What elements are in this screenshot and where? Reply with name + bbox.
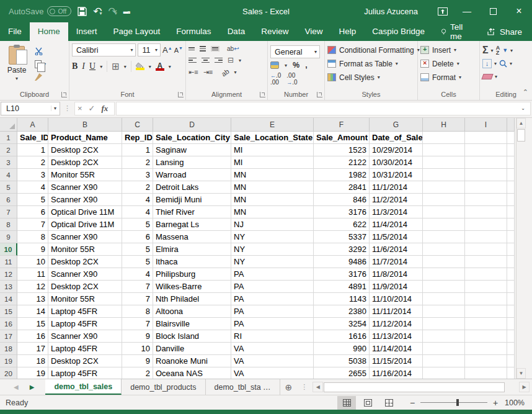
cell-H11[interactable] [423, 256, 465, 268]
cell-I9[interactable] [465, 231, 507, 243]
cell-F18[interactable]: 990 [314, 343, 370, 355]
cell-B14[interactable]: Monitor 55R [48, 293, 122, 305]
cell-I17[interactable] [465, 330, 507, 343]
cell-B10[interactable]: Monitor 55R [48, 243, 122, 256]
customize-qat-button[interactable]: ▬▾ [123, 8, 130, 15]
cell-I3[interactable] [465, 156, 507, 169]
cell-B16[interactable]: Laptop 45FR [48, 318, 122, 330]
cell-E13[interactable]: PA [231, 281, 314, 293]
conditional-formatting-button[interactable]: Conditional Formatting▾ [327, 43, 415, 56]
horizontal-scrollbar[interactable]: ◀ ▶ [313, 382, 530, 392]
row-header-20[interactable]: 20 [0, 367, 17, 379]
sort-filter-button[interactable]: AZ [496, 45, 500, 55]
cell-D2[interactable]: Saginaw [153, 144, 231, 156]
row-header-19[interactable]: 19 [0, 355, 17, 367]
cell-partial-14[interactable] [507, 293, 515, 305]
cell-A16[interactable]: 15 [17, 318, 48, 330]
cell-I7[interactable] [465, 206, 507, 218]
cell-E4[interactable]: MN [231, 169, 314, 181]
fill-button[interactable]: ↓ [482, 59, 492, 68]
cell-C10[interactable]: 5 [122, 243, 153, 256]
cell-partial-15[interactable] [507, 305, 515, 318]
cell-B6[interactable]: Scanner X90 [48, 194, 122, 206]
column-header-D[interactable]: D [153, 118, 231, 132]
cell-C2[interactable]: 1 [122, 144, 153, 156]
cell-E9[interactable]: NY [231, 231, 314, 243]
cell-C13[interactable]: 7 [122, 281, 153, 293]
cell-B15[interactable]: Laptop 45FR [48, 305, 122, 318]
cell-partial-1[interactable] [507, 132, 515, 144]
cell-B2[interactable]: Desktop 2CX [48, 144, 122, 156]
cell-A19[interactable]: 18 [17, 355, 48, 367]
horizontal-scrollbar-thumb[interactable] [324, 382, 505, 392]
align-left-button[interactable] [188, 58, 197, 63]
cell-D10[interactable]: Elmira [153, 243, 231, 256]
cell-partial-10[interactable] [507, 243, 515, 256]
row-header-1[interactable]: 1 [0, 132, 17, 144]
autosum-button[interactable]: Σ [482, 45, 489, 56]
cell-H20[interactable] [423, 367, 465, 379]
cell-H4[interactable] [423, 169, 465, 181]
row-header-18[interactable]: 18 [0, 343, 17, 355]
cell-G4[interactable]: 10/31/2014 [370, 169, 423, 181]
cell-D16[interactable]: Blairsville [153, 318, 231, 330]
row-header-7[interactable]: 7 [0, 206, 17, 218]
row-header-9[interactable]: 9 [0, 231, 17, 243]
column-header-F[interactable]: F [314, 118, 370, 132]
cell-C7[interactable]: 4 [122, 206, 153, 218]
cell-A14[interactable]: 13 [17, 293, 48, 305]
cell-I2[interactable] [465, 144, 507, 156]
cell-G2[interactable]: 10/29/2014 [370, 144, 423, 156]
tab-home[interactable]: Home [30, 22, 68, 41]
cell-F9[interactable]: 5337 [314, 231, 370, 243]
cell-D3[interactable]: Lansing [153, 156, 231, 169]
tab-formulas[interactable]: Formulas [168, 22, 219, 41]
cell-H10[interactable] [423, 243, 465, 256]
cell-E5[interactable]: MN [231, 181, 314, 194]
cell-partial-12[interactable] [507, 268, 515, 281]
column-header-H[interactable]: H [423, 118, 465, 132]
cell-D9[interactable]: Massena [153, 231, 231, 243]
cell-G18[interactable]: 11/14/2014 [370, 343, 423, 355]
cell-C20[interactable]: 2 [122, 367, 153, 379]
cell-D14[interactable]: Nth Philadel [153, 293, 231, 305]
cell-E3[interactable]: MI [231, 156, 314, 169]
cell-D17[interactable]: Block Island [153, 330, 231, 343]
cell-H15[interactable] [423, 305, 465, 318]
cell-H14[interactable] [423, 293, 465, 305]
cell-H19[interactable] [423, 355, 465, 367]
cell-H2[interactable] [423, 144, 465, 156]
cell-C12[interactable]: 4 [122, 268, 153, 281]
new-sheet-button[interactable]: ⊕ [280, 379, 298, 395]
cell-F14[interactable]: 1143 [314, 293, 370, 305]
top-align-button[interactable] [188, 47, 195, 50]
cell-A1[interactable]: Sale_ID [17, 132, 48, 144]
cell-H3[interactable] [423, 156, 465, 169]
cell-B18[interactable]: Laptop 45FR [48, 343, 122, 355]
cell-C9[interactable]: 6 [122, 231, 153, 243]
cell-G5[interactable]: 11/1/2014 [370, 181, 423, 194]
cell-B19[interactable]: Desktop 2CX [48, 355, 122, 367]
cell-partial-18[interactable] [507, 343, 515, 355]
cell-F13[interactable]: 4891 [314, 281, 370, 293]
row-header-8[interactable]: 8 [0, 218, 17, 231]
column-header-E[interactable]: E [231, 118, 314, 132]
tab-review[interactable]: Review [253, 22, 296, 41]
formula-input[interactable]: ⌄ [116, 102, 531, 115]
page-layout-view-button[interactable] [358, 396, 377, 410]
cell-D15[interactable]: Altoona [153, 305, 231, 318]
cell-E6[interactable]: MN [231, 194, 314, 206]
cell-partial-16[interactable] [507, 318, 515, 330]
cell-E10[interactable]: NY [231, 243, 314, 256]
cell-G6[interactable]: 11/2/2014 [370, 194, 423, 206]
cell-D1[interactable]: Sale_Location_City [153, 132, 231, 144]
cell-F4[interactable]: 1982 [314, 169, 370, 181]
vertical-scrollbar[interactable]: ▲ ▼ [516, 118, 526, 379]
row-header-17[interactable]: 17 [0, 330, 17, 343]
cell-B12[interactable]: Scanner X90 [48, 268, 122, 281]
cell-A4[interactable]: 3 [17, 169, 48, 181]
column-header-B[interactable]: B [48, 118, 122, 132]
font-dialog-launcher[interactable] [178, 92, 184, 97]
cell-F2[interactable]: 1523 [314, 144, 370, 156]
cell-A3[interactable]: 2 [17, 156, 48, 169]
